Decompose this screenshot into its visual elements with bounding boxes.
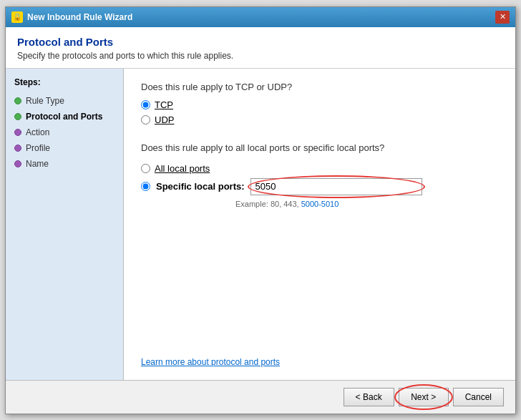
sidebar-item-action: Action: [6, 124, 123, 140]
tcp-option[interactable]: TCP: [141, 99, 498, 110]
window-title: New Inbound Rule Wizard: [27, 12, 132, 22]
close-button[interactable]: ✕: [495, 11, 510, 24]
udp-radio[interactable]: [141, 115, 150, 124]
window-icon: 🔒: [11, 11, 23, 23]
tcp-label[interactable]: TCP: [155, 99, 173, 110]
all-ports-radio[interactable]: [141, 164, 150, 173]
sidebar-item-rule-type: Rule Type: [6, 93, 123, 109]
specific-ports-radio[interactable]: [141, 182, 150, 191]
all-ports-label[interactable]: All local ports: [155, 163, 210, 174]
sidebar-label-name: Name: [26, 159, 49, 169]
step-indicator-protocol-ports: [14, 113, 21, 120]
protocol-question: Does this rule apply to TCP or UDP?: [141, 82, 498, 92]
udp-option[interactable]: UDP: [141, 114, 498, 125]
page-subtitle: Specify the protocols and ports to which…: [17, 51, 504, 61]
step-indicator-name: [14, 160, 21, 167]
sidebar-label-protocol-ports: Protocol and Ports: [26, 112, 102, 122]
sidebar: Steps: Rule Type Protocol and Ports Acti…: [6, 69, 124, 380]
sidebar-label-rule-type: Rule Type: [26, 96, 64, 106]
sidebar-item-profile: Profile: [6, 140, 123, 156]
page-title: Protocol and Ports: [17, 36, 504, 48]
window-body: Steps: Rule Type Protocol and Ports Acti…: [6, 69, 515, 380]
sidebar-title: Steps:: [6, 77, 123, 93]
learn-more-section: Learn more about protocol and ports: [141, 342, 498, 367]
title-bar-left: 🔒 New Inbound Rule Wizard: [11, 11, 132, 23]
main-content: Does this rule apply to TCP or UDP? TCP …: [124, 69, 515, 380]
sidebar-item-protocol-ports: Protocol and Ports: [6, 109, 123, 124]
wizard-window: 🔒 New Inbound Rule Wizard ✕ Protocol and…: [5, 6, 516, 414]
back-button[interactable]: < Back: [344, 388, 394, 406]
specific-ports-label[interactable]: Specific local ports:: [156, 181, 245, 192]
example-text: Example: 80, 443, 5000-5010: [235, 200, 498, 208]
sidebar-item-name: Name: [6, 156, 123, 172]
port-input-wrapper: [250, 178, 422, 195]
specific-ports-option[interactable]: Specific local ports:: [141, 178, 498, 195]
window-footer: < Back Next > Cancel: [6, 380, 515, 414]
all-ports-option[interactable]: All local ports: [141, 163, 498, 174]
udp-label[interactable]: UDP: [155, 114, 174, 125]
step-indicator-rule-type: [14, 97, 21, 104]
protocol-radio-group: TCP UDP: [141, 99, 498, 130]
step-indicator-profile: [14, 145, 21, 152]
cancel-button[interactable]: Cancel: [453, 388, 504, 406]
port-input[interactable]: [250, 178, 422, 195]
learn-more-link[interactable]: Learn more about protocol and ports: [141, 357, 280, 367]
example-range: 5000-5010: [301, 200, 339, 208]
tcp-radio[interactable]: [141, 100, 150, 109]
next-button-wrapper: Next >: [399, 388, 449, 406]
sidebar-label-profile: Profile: [26, 143, 50, 153]
window-header: Protocol and Ports Specify the protocols…: [6, 27, 515, 69]
ports-question: Does this rule apply to all local ports …: [141, 142, 498, 153]
next-button[interactable]: Next >: [399, 388, 449, 406]
title-bar: 🔒 New Inbound Rule Wizard ✕: [6, 7, 515, 27]
sidebar-label-action: Action: [26, 127, 49, 137]
step-indicator-action: [14, 129, 21, 136]
ports-radio-group: All local ports Specific local ports: Ex…: [141, 163, 498, 208]
